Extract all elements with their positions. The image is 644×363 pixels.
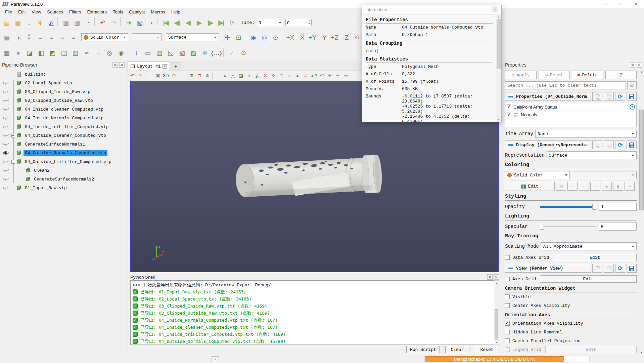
visibility-toggle-eye-icon[interactable]: [0, 142, 11, 146]
menu-item[interactable]: Macros: [148, 9, 168, 15]
save-defaults-icon[interactable]: [627, 92, 637, 101]
rotate-90-ccw-button[interactable]: ⟲: [351, 32, 362, 43]
edit-color-map-button[interactable]: ◑: [12, 32, 24, 43]
rescale-temporal-icon[interactable]: ⇔: [579, 182, 589, 191]
set-view-minus-z-button[interactable]: -Z: [340, 32, 351, 43]
block-selector-button[interactable]: □: [277, 72, 285, 80]
specular-input[interactable]: [599, 223, 637, 231]
undock-panel-icon[interactable]: ⧉: [112, 62, 118, 68]
select-frustum-points-button[interactable]: ▫: [245, 72, 253, 80]
use-separate-color-map-button[interactable]: ⁑: [24, 32, 35, 43]
rescale-data-range-icon[interactable]: ⟲: [556, 182, 566, 191]
pipeline-item[interactable]: 01_Input_Raw.vtp: [0, 184, 127, 192]
pipeline-item[interactable]: 03_Clipped_Inside_Raw.vtp: [0, 87, 127, 96]
threshold-filter-button[interactable]: ◩: [47, 47, 58, 58]
pipeline-item[interactable]: 04_Outside_cleaner_Computed.vtp: [0, 131, 127, 140]
paste-properties-icon[interactable]: [604, 92, 614, 101]
group-datasets-button[interactable]: ◉: [116, 47, 127, 58]
clip-filter-button[interactable]: ◪: [24, 47, 35, 58]
zoom-to-box-button[interactable]: ⊙: [270, 32, 281, 43]
disconnect-server-button[interactable]: ▥: [72, 17, 83, 28]
visibility-toggle-eye-icon[interactable]: [0, 125, 11, 129]
reset-camera-button[interactable]: ✚: [222, 32, 233, 43]
plot-over-line-button[interactable]: ◺: [165, 47, 176, 58]
query-cells-button[interactable]: ▲?: [310, 72, 318, 80]
reset-properties-button[interactable]: ⊘Reset: [539, 71, 570, 79]
checkbox[interactable]: [505, 347, 510, 352]
edit-legend-icon[interactable]: ℯ: [625, 182, 635, 191]
menu-item[interactable]: File: [2, 9, 15, 15]
normals-checkbox[interactable]: [507, 113, 511, 117]
python-console-output[interactable]: >>> 开始批量导出所有物体信息到: D:/ParaView_Export_De…: [130, 280, 499, 345]
tab-layout-1[interactable]: Layout #1 ✕: [128, 62, 170, 71]
connect-server-button[interactable]: ▥: [60, 17, 72, 28]
run-script-button[interactable]: Run Script: [406, 346, 440, 353]
scaling-mode-dropdown[interactable]: All Approximate: [541, 242, 637, 250]
query-points-button[interactable]: •?: [318, 72, 326, 80]
representation-dropdown[interactable]: Surface: [166, 33, 219, 41]
toggle-3d-button[interactable]: 3D: [162, 72, 170, 80]
undock-properties-icon[interactable]: ⧉: [630, 62, 635, 68]
menu-item[interactable]: Filters: [66, 9, 84, 15]
cube-axes-button[interactable]: ▦: [70, 47, 81, 58]
save-state-button[interactable]: ↯: [35, 17, 46, 28]
redo-button[interactable]: ↷: [108, 17, 120, 28]
menu-item[interactable]: Sources: [44, 9, 66, 15]
rescale-to-data-range-button[interactable]: ⇔: [35, 32, 46, 43]
edit-button[interactable]: Edit: [540, 275, 637, 283]
apply-button[interactable]: ⚙Apply: [505, 71, 537, 79]
properties-section-toggle[interactable]: Properties (04_Outside_Norm: [505, 92, 591, 101]
vcr-last-frame-button[interactable]: ▶|: [216, 17, 227, 28]
rescale-over-time-button[interactable]: ⇔: [68, 32, 79, 43]
plot-data-button[interactable]: ▧: [177, 47, 188, 58]
checkbox[interactable]: [505, 330, 510, 334]
set-view-plus-z-button[interactable]: +Z: [329, 32, 340, 43]
pipeline-item-builtin[interactable]: builtin:: [0, 70, 127, 79]
data-axes-grid-edit-button[interactable]: Edit: [553, 254, 637, 261]
copy-view-icon[interactable]: [592, 264, 602, 273]
select-frustum-cells-button[interactable]: ⊕: [203, 72, 212, 80]
scroll-up-icon[interactable]: ▲: [496, 14, 501, 19]
stream-tracer-button[interactable]: ~: [93, 47, 104, 58]
undock-shell-icon[interactable]: ⧉: [487, 274, 493, 280]
vcr-play-button[interactable]: ▶: [193, 17, 204, 28]
server-history-button[interactable]: ◔: [83, 17, 94, 28]
close-information-icon[interactable]: ✕: [492, 6, 498, 12]
close-shell-icon[interactable]: ✕: [494, 274, 499, 280]
menu-item[interactable]: Help: [168, 9, 183, 15]
search-gear-icon[interactable]: ⚙: [627, 81, 637, 89]
toolbar-button[interactable]: [145, 72, 153, 80]
visibility-toggle-eye-icon[interactable]: [0, 81, 11, 85]
set-view-minus-x-button[interactable]: -X: [296, 32, 307, 43]
plot-selection-over-time-button[interactable]: ▨: [188, 47, 199, 58]
pipeline-item[interactable]: Clean2: [0, 166, 127, 175]
pipeline-item[interactable]: 03_Clipped_Outside_Raw.vtp: [0, 96, 127, 105]
rescale-custom-icon[interactable]: ⇔: [567, 182, 578, 191]
time-value-field[interactable]: [257, 19, 283, 26]
vcr-loop-button[interactable]: ⟳: [227, 17, 238, 28]
toolbar-button[interactable]: [94, 17, 97, 26]
memory-inspector-button[interactable]: ▧: [134, 17, 145, 28]
checkbox[interactable]: [505, 338, 510, 343]
visibility-toggle-eye-icon[interactable]: [0, 168, 11, 172]
data-axes-grid-checkbox[interactable]: [505, 255, 510, 260]
grow-selection-button[interactable]: ✚: [326, 72, 334, 80]
shrink-selection-button[interactable]: ━: [334, 72, 342, 80]
select-cells-interactive-button[interactable]: ◭: [253, 72, 261, 80]
toolbar-button[interactable]: [57, 17, 60, 26]
copy-display-icon[interactable]: [592, 140, 602, 149]
vcr-next-frame-button[interactable]: |▶: [204, 17, 216, 28]
show-scalar-bar-icon[interactable]: ▮: [613, 182, 623, 191]
close-properties-icon[interactable]: ✕: [637, 62, 642, 68]
normals-array-row[interactable]: Normals: [505, 111, 636, 119]
visibility-toggle-eye-icon[interactable]: [0, 177, 11, 181]
specular-slider-thumb[interactable]: [540, 224, 544, 230]
array-status-checkbox[interactable]: [507, 105, 511, 109]
select-cells-polygon-button[interactable]: ▲: [221, 72, 229, 80]
pipeline-item[interactable]: 02_Local_Space.vtp: [0, 79, 127, 87]
delete-button[interactable]: ✖Delete: [572, 71, 603, 79]
visibility-toggle-eye-icon[interactable]: [0, 98, 11, 103]
menu-item[interactable]: View: [29, 9, 44, 15]
rescale-visible-icon[interactable]: ⇔: [590, 182, 600, 191]
cell-point-array-status-row[interactable]: Cell/Point Array Status ▼: [505, 103, 636, 111]
